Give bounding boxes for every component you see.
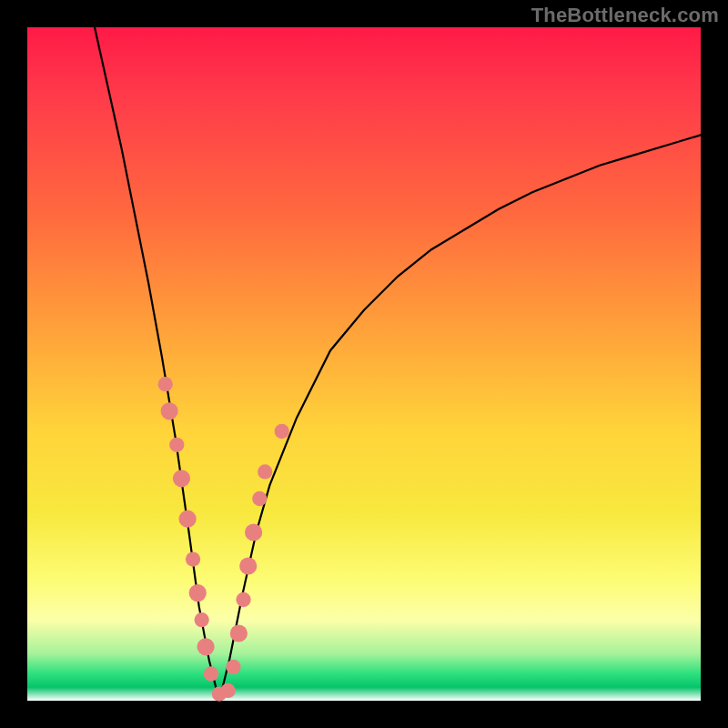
data-marker	[179, 511, 197, 528]
data-marker	[236, 592, 250, 607]
data-marker	[230, 624, 248, 642]
data-marker	[197, 638, 214, 655]
data-marker	[275, 424, 289, 439]
data-marker	[252, 491, 267, 506]
data-marker	[173, 470, 190, 487]
data-marker	[195, 612, 209, 627]
data-marker	[169, 438, 184, 452]
attribution-watermark: TheBottleneck.com	[531, 4, 719, 27]
bottleneck-curve-right-branch	[219, 135, 701, 701]
data-marker	[239, 557, 257, 574]
plot-area	[27, 27, 701, 701]
data-marker	[258, 464, 272, 479]
data-marker	[220, 683, 235, 698]
curve-svg	[27, 27, 701, 701]
data-marker	[226, 660, 240, 674]
data-marker	[245, 523, 262, 541]
chart-canvas: TheBottleneck.com	[0, 0, 728, 728]
data-marker	[189, 584, 207, 602]
data-marker	[186, 551, 200, 566]
data-marker	[204, 666, 218, 681]
data-marker	[161, 402, 178, 420]
data-marker	[158, 377, 173, 391]
